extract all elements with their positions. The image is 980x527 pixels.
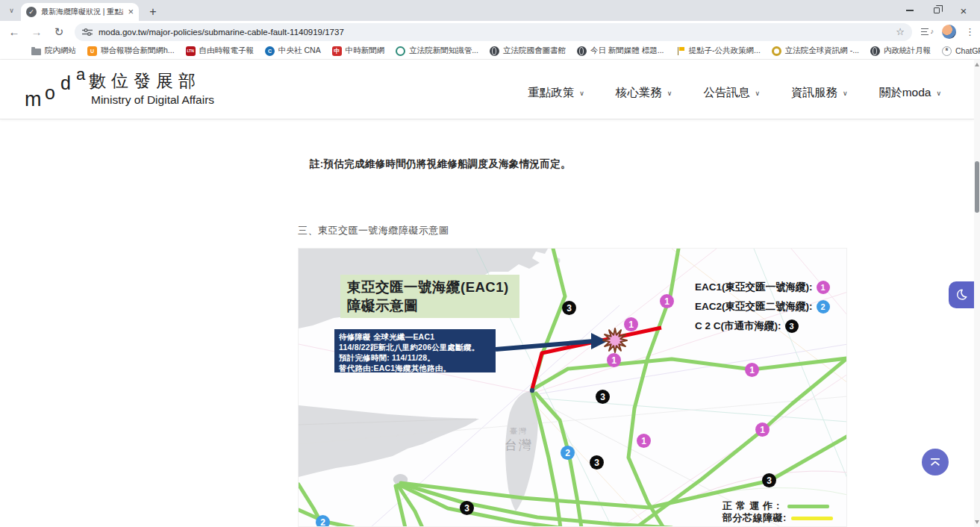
bookmark-item[interactable]: C中央社 CNA (265, 46, 321, 56)
legend-row-eac1: EAC1(東亞交匯一號海纜):1 (695, 278, 830, 297)
restore-button[interactable] (923, 0, 950, 21)
taiwan-label-large: 台灣 (505, 437, 533, 454)
ltn-favicon-icon: LTN (186, 46, 196, 56)
browser-menu-icon[interactable]: ⋮ (965, 26, 973, 37)
url-text[interactable]: moda.gov.tw/major-policies/submarine-cab… (99, 28, 890, 37)
moda-logo[interactable]: m o d a 數位發展部 Ministry of Digital Affair… (25, 66, 271, 112)
bookmark-item[interactable]: 立法院新聞知識管... (396, 46, 478, 56)
normal-cable-swatch (787, 505, 829, 508)
bookmark-label: 立法院新聞知識管... (409, 46, 478, 56)
scroll-down-arrow[interactable] (975, 520, 979, 524)
cable-marker: 3 (590, 455, 604, 470)
section-title: 三、東亞交匯一號海纜障礙示意圖 (298, 224, 449, 237)
chatgpt-favicon-icon: * (942, 46, 952, 56)
profile-avatar[interactable] (942, 25, 956, 39)
bookmark-item[interactable]: 提點子-公共政策網... (675, 46, 761, 56)
bookmark-item[interactable]: 院內網站 (31, 46, 76, 56)
browser-toolbar: ← → ↻ moda.gov.tw/major-policies/submari… (0, 21, 980, 43)
cable-marker: 1 (745, 363, 759, 377)
bookmark-item[interactable]: 立法院國會圖書館 (490, 46, 566, 56)
bookmark-label: 院內網站 (45, 46, 76, 56)
nav-item-announcements[interactable]: 公告訊息∨ (703, 85, 760, 101)
browser-tab[interactable]: ✓ 最新海纜障礙狀況 | 重點政策 × (21, 3, 139, 21)
map-title-box: 東亞交匯一號海纜(EAC1) 障礙示意圖 (340, 275, 519, 318)
tab-search-chevron-icon[interactable]: ∨ (5, 4, 18, 16)
address-bar[interactable]: moda.gov.tw/major-policies/submarine-cab… (75, 23, 912, 41)
globe-favicon-icon (577, 46, 587, 56)
c2c-marker: 3 (785, 319, 799, 333)
chevron-down-icon: ∨ (667, 90, 672, 97)
tab-favicon-icon: ✓ (26, 7, 37, 17)
dark-mode-button[interactable] (949, 281, 974, 308)
bookmark-label: 提點子-公共政策網... (689, 46, 761, 56)
site-settings-icon[interactable] (82, 28, 93, 37)
bookmark-label: 中央社 CNA (278, 46, 321, 56)
globe-favicon-icon (870, 46, 880, 56)
bookmark-label: 立法院國會圖書館 (503, 46, 566, 56)
chevron-down-icon: ∨ (843, 90, 848, 97)
bookmark-item[interactable]: *ChatGPT | OpenAI (942, 46, 980, 56)
nav-item-about-moda[interactable]: 關於moda∨ (879, 85, 941, 101)
bookmark-star-icon[interactable]: ☆ (896, 26, 905, 37)
cable-marker: 3 (762, 473, 776, 487)
landing-point (530, 388, 534, 393)
udn-favicon-icon: U (87, 46, 97, 56)
arrow-to-top-icon (928, 455, 942, 469)
cable-break-burst-icon (603, 328, 627, 352)
logo-letter: a (76, 65, 85, 84)
cable-marker: 2 (316, 515, 330, 527)
reload-button[interactable]: ↻ (52, 25, 66, 39)
nav-item-policies[interactable]: 重點政策∨ (528, 85, 584, 101)
moon-icon (955, 288, 968, 302)
restore-icon (934, 7, 940, 13)
bookmark-item[interactable]: 內政統計月報 (870, 46, 931, 56)
main-navigation: 重點政策∨ 核心業務∨ 公告訊息∨ 資訊服務∨ 關於moda∨ (528, 85, 941, 101)
status-legend: 正常運作: 部分芯線障礙: (722, 500, 833, 524)
bookmarks-bar: 院內網站 U聯合報聯合新聞網h... LTN自由時報電子報 C中央社 CNA 中… (0, 43, 980, 60)
window-controls: × (896, 0, 977, 21)
minimize-button[interactable] (896, 0, 923, 21)
back-to-top-button[interactable] (922, 449, 949, 475)
map-title-line1: 東亞交匯一號海纜(EAC1) (347, 278, 513, 296)
chevron-down-icon: ∨ (579, 90, 584, 97)
bookmark-item[interactable]: 今日 新聞媒體 標題... (577, 46, 664, 56)
map-title-line2: 障礙示意圖 (347, 296, 513, 315)
apps-grid-icon[interactable] (7, 47, 9, 55)
taiwan-label-small: 臺灣 (510, 426, 528, 437)
emblem-favicon-icon (772, 46, 781, 56)
back-button[interactable]: ← (7, 25, 21, 38)
bookmark-item[interactable]: U聯合報聯合新聞網h... (87, 46, 175, 56)
close-button[interactable]: × (950, 0, 977, 21)
cable-marker: 1 (755, 422, 770, 437)
scroll-up-arrow[interactable] (975, 63, 979, 66)
cable-marker: 1 (660, 294, 674, 308)
nav-item-info-services[interactable]: 資訊服務∨ (791, 85, 848, 101)
ring-favicon-icon (396, 46, 405, 56)
cable-marker: 3 (562, 301, 576, 315)
nav-label: 公告訊息 (703, 85, 749, 101)
status-row-normal: 正常運作: (722, 500, 833, 512)
brand-name-en: Ministry of Digital Affairs (91, 93, 214, 107)
chinatimes-favicon-icon: 中 (332, 46, 342, 56)
legend-label: EAC2(東亞交匯二號海纜): (695, 300, 813, 314)
bookmark-label: 自由時報電子報 (199, 46, 255, 56)
bookmark-item[interactable]: 立法院全球資訊網 -... (772, 46, 859, 56)
nav-item-core-business[interactable]: 核心業務∨ (616, 85, 672, 101)
fault-info-line: 替代路由:EAC1海纜其他路由。 (339, 363, 491, 373)
bookmark-item[interactable]: 中中時新聞網 (332, 46, 385, 56)
forward-button[interactable]: → (30, 25, 43, 38)
tab-title: 最新海纜障礙狀況 | 重點政策 (41, 7, 123, 17)
legend-label: EAC1(東亞交匯一號海纜): (695, 281, 813, 294)
bookmark-item[interactable]: LTN自由時報電子報 (186, 46, 255, 56)
partial-fault-swatch (791, 517, 833, 520)
bookmark-label: ChatGPT | OpenAI (955, 46, 980, 55)
tab-close-icon[interactable]: × (128, 7, 134, 17)
scrollbar-thumb[interactable] (975, 161, 979, 213)
fault-info-line: 114/8/22距新北八里約206公里處斷纜。 (339, 342, 491, 352)
cable-marker: 2 (561, 446, 575, 460)
new-tab-button[interactable]: + (145, 4, 161, 20)
chevron-down-icon: ∨ (755, 90, 760, 97)
legend-label: C 2 C(市通市海纜): (695, 319, 781, 333)
page-scrollbar[interactable] (974, 60, 980, 527)
media-controls-icon[interactable]: ♪ (921, 27, 933, 37)
